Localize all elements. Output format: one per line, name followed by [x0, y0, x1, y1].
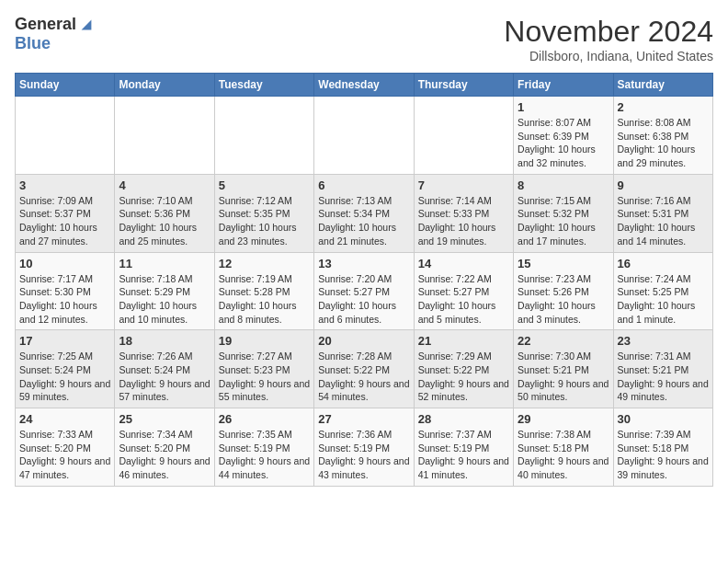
calendar-cell: 13Sunrise: 7:20 AM Sunset: 5:27 PM Dayli… — [314, 252, 414, 330]
day-number: 15 — [518, 257, 609, 270]
day-info: Sunrise: 7:16 AM Sunset: 5:31 PM Dayligh… — [618, 194, 709, 248]
calendar-cell: 12Sunrise: 7:19 AM Sunset: 5:28 PM Dayli… — [214, 252, 313, 330]
calendar-cell: 30Sunrise: 7:39 AM Sunset: 5:18 PM Dayli… — [613, 408, 712, 487]
calendar-week-row: 1Sunrise: 8:07 AM Sunset: 6:39 PM Daylig… — [16, 97, 713, 175]
svg-marker-0 — [82, 19, 92, 29]
day-info: Sunrise: 7:35 AM Sunset: 5:19 PM Dayligh… — [219, 428, 310, 482]
day-number: 22 — [518, 334, 609, 348]
location-title: Dillsboro, Indiana, United States — [504, 49, 713, 63]
weekday-header: Sunday — [16, 74, 115, 97]
calendar-cell: 9Sunrise: 7:16 AM Sunset: 5:31 PM Daylig… — [613, 174, 712, 252]
day-number: 6 — [318, 178, 409, 192]
weekday-header: Friday — [514, 74, 613, 97]
day-number: 11 — [119, 257, 210, 270]
calendar-cell: 22Sunrise: 7:30 AM Sunset: 5:21 PM Dayli… — [514, 330, 613, 408]
day-number: 20 — [318, 334, 409, 348]
day-info: Sunrise: 7:20 AM Sunset: 5:27 PM Dayligh… — [318, 272, 409, 327]
day-number: 14 — [418, 257, 509, 270]
calendar-cell: 29Sunrise: 7:38 AM Sunset: 5:18 PM Dayli… — [514, 408, 613, 487]
day-number: 7 — [418, 178, 509, 192]
logo-general: General — [15, 15, 76, 34]
day-number: 21 — [418, 334, 509, 348]
day-number: 12 — [219, 257, 310, 270]
day-info: Sunrise: 7:33 AM Sunset: 5:20 PM Dayligh… — [19, 428, 110, 482]
day-number: 25 — [119, 412, 210, 426]
calendar-cell — [16, 97, 115, 175]
day-number: 29 — [518, 412, 609, 426]
calendar-cell: 2Sunrise: 8:08 AM Sunset: 6:38 PM Daylig… — [613, 97, 712, 175]
day-info: Sunrise: 7:12 AM Sunset: 5:35 PM Dayligh… — [219, 194, 310, 248]
calendar-cell: 26Sunrise: 7:35 AM Sunset: 5:19 PM Dayli… — [214, 408, 313, 487]
day-info: Sunrise: 7:26 AM Sunset: 5:24 PM Dayligh… — [119, 350, 210, 404]
day-info: Sunrise: 7:14 AM Sunset: 5:33 PM Dayligh… — [418, 194, 509, 248]
calendar-cell: 17Sunrise: 7:25 AM Sunset: 5:24 PM Dayli… — [16, 330, 115, 408]
day-number: 13 — [318, 257, 409, 270]
calendar-cell: 14Sunrise: 7:22 AM Sunset: 5:27 PM Dayli… — [414, 252, 513, 330]
day-info: Sunrise: 7:36 AM Sunset: 5:19 PM Dayligh… — [318, 428, 409, 482]
calendar-cell: 27Sunrise: 7:36 AM Sunset: 5:19 PM Dayli… — [314, 408, 414, 487]
day-number: 10 — [19, 257, 110, 270]
day-number: 19 — [219, 334, 310, 348]
day-number: 5 — [219, 178, 310, 192]
calendar-table: SundayMondayTuesdayWednesdayThursdayFrid… — [15, 73, 713, 487]
day-number: 17 — [19, 334, 110, 348]
day-number: 8 — [518, 178, 609, 192]
day-number: 30 — [618, 412, 709, 426]
calendar-cell: 19Sunrise: 7:27 AM Sunset: 5:23 PM Dayli… — [214, 330, 313, 408]
day-info: Sunrise: 7:38 AM Sunset: 5:18 PM Dayligh… — [518, 428, 609, 482]
day-info: Sunrise: 7:13 AM Sunset: 5:34 PM Dayligh… — [318, 194, 409, 248]
calendar-cell: 6Sunrise: 7:13 AM Sunset: 5:34 PM Daylig… — [314, 174, 414, 252]
day-info: Sunrise: 7:34 AM Sunset: 5:20 PM Dayligh… — [119, 428, 210, 482]
calendar-cell: 5Sunrise: 7:12 AM Sunset: 5:35 PM Daylig… — [214, 174, 313, 252]
day-info: Sunrise: 7:28 AM Sunset: 5:22 PM Dayligh… — [318, 350, 409, 404]
day-info: Sunrise: 7:19 AM Sunset: 5:28 PM Dayligh… — [219, 272, 310, 327]
day-info: Sunrise: 7:10 AM Sunset: 5:36 PM Dayligh… — [119, 194, 210, 248]
calendar-cell: 24Sunrise: 7:33 AM Sunset: 5:20 PM Dayli… — [16, 408, 115, 487]
day-number: 2 — [618, 100, 709, 114]
calendar-cell: 4Sunrise: 7:10 AM Sunset: 5:36 PM Daylig… — [115, 174, 214, 252]
calendar-cell: 21Sunrise: 7:29 AM Sunset: 5:22 PM Dayli… — [414, 330, 513, 408]
logo-icon — [78, 17, 95, 33]
calendar-cell: 28Sunrise: 7:37 AM Sunset: 5:19 PM Dayli… — [414, 408, 513, 487]
title-block: November 2024 Dillsboro, Indiana, United… — [504, 15, 713, 63]
day-number: 23 — [618, 334, 709, 348]
calendar-week-row: 3Sunrise: 7:09 AM Sunset: 5:37 PM Daylig… — [16, 174, 713, 252]
logo-blue: Blue — [15, 34, 51, 53]
day-info: Sunrise: 7:29 AM Sunset: 5:22 PM Dayligh… — [418, 350, 509, 404]
day-info: Sunrise: 7:23 AM Sunset: 5:26 PM Dayligh… — [518, 272, 609, 327]
day-info: Sunrise: 7:37 AM Sunset: 5:19 PM Dayligh… — [418, 428, 509, 482]
weekday-header: Thursday — [414, 74, 513, 97]
calendar-cell: 20Sunrise: 7:28 AM Sunset: 5:22 PM Dayli… — [314, 330, 414, 408]
calendar-week-row: 24Sunrise: 7:33 AM Sunset: 5:20 PM Dayli… — [16, 408, 713, 487]
day-number: 26 — [219, 412, 310, 426]
calendar-cell — [314, 97, 414, 175]
day-number: 4 — [119, 178, 210, 192]
calendar-week-row: 10Sunrise: 7:17 AM Sunset: 5:30 PM Dayli… — [16, 252, 713, 330]
day-number: 9 — [618, 178, 709, 192]
calendar-cell: 8Sunrise: 7:15 AM Sunset: 5:32 PM Daylig… — [514, 174, 613, 252]
day-info: Sunrise: 7:22 AM Sunset: 5:27 PM Dayligh… — [418, 272, 509, 327]
day-info: Sunrise: 7:15 AM Sunset: 5:32 PM Dayligh… — [518, 194, 609, 248]
calendar-cell: 18Sunrise: 7:26 AM Sunset: 5:24 PM Dayli… — [115, 330, 214, 408]
day-number: 16 — [618, 257, 709, 270]
day-number: 28 — [418, 412, 509, 426]
day-info: Sunrise: 7:09 AM Sunset: 5:37 PM Dayligh… — [19, 194, 110, 248]
day-info: Sunrise: 8:08 AM Sunset: 6:38 PM Dayligh… — [618, 116, 709, 170]
page-header: General Blue November 2024 Dillsboro, In… — [15, 15, 713, 63]
weekday-header: Tuesday — [214, 74, 313, 97]
calendar-cell: 16Sunrise: 7:24 AM Sunset: 5:25 PM Dayli… — [613, 252, 712, 330]
calendar-header-row: SundayMondayTuesdayWednesdayThursdayFrid… — [16, 74, 713, 97]
day-info: Sunrise: 7:25 AM Sunset: 5:24 PM Dayligh… — [19, 350, 110, 404]
day-number: 1 — [518, 100, 609, 114]
calendar-week-row: 17Sunrise: 7:25 AM Sunset: 5:24 PM Dayli… — [16, 330, 713, 408]
calendar-cell: 3Sunrise: 7:09 AM Sunset: 5:37 PM Daylig… — [16, 174, 115, 252]
weekday-header: Saturday — [613, 74, 712, 97]
day-number: 24 — [19, 412, 110, 426]
day-info: Sunrise: 8:07 AM Sunset: 6:39 PM Dayligh… — [518, 116, 609, 170]
day-info: Sunrise: 7:39 AM Sunset: 5:18 PM Dayligh… — [618, 428, 709, 482]
calendar-cell: 7Sunrise: 7:14 AM Sunset: 5:33 PM Daylig… — [414, 174, 513, 252]
day-info: Sunrise: 7:27 AM Sunset: 5:23 PM Dayligh… — [219, 350, 310, 404]
logo: General Blue — [15, 15, 95, 53]
day-number: 3 — [19, 178, 110, 192]
calendar-cell — [214, 97, 313, 175]
